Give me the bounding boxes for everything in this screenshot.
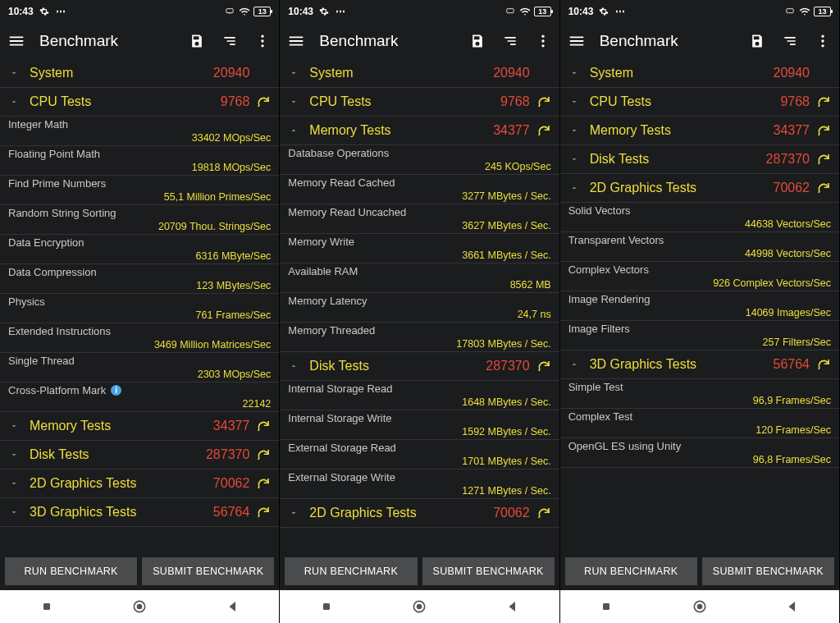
refresh-icon[interactable] bbox=[256, 419, 271, 433]
mem-ram[interactable]: Available RAM8562 MB bbox=[280, 263, 559, 293]
cpu-prime[interactable]: Find Prime Numbers55,1 Million Primes/Se… bbox=[0, 176, 279, 205]
refresh-icon[interactable] bbox=[536, 123, 551, 138]
mem-write[interactable]: Memory Write3661 MBytes / Sec. bbox=[280, 234, 559, 263]
section-system[interactable]: System 20940 bbox=[280, 59, 559, 88]
more-icon: ⋯ bbox=[55, 6, 66, 17]
g3d-simple[interactable]: Simple Test96,9 Frames/Sec bbox=[560, 379, 839, 409]
refresh-icon[interactable] bbox=[816, 152, 831, 167]
submit-benchmark-button[interactable]: SUBMIT BENCHMARK bbox=[422, 557, 555, 585]
cpu-sort[interactable]: Random String Sorting20709 Thou. Strings… bbox=[0, 205, 279, 235]
g2d-imgrender[interactable]: Image Rendering14069 Images/Sec bbox=[560, 291, 839, 321]
refresh-icon[interactable] bbox=[816, 94, 831, 109]
refresh-icon[interactable] bbox=[256, 94, 271, 109]
section-2d[interactable]: 2D Graphics Tests 70062 bbox=[0, 470, 279, 498]
refresh-icon[interactable] bbox=[536, 94, 551, 109]
section-disk[interactable]: Disk Tests 287370 bbox=[0, 441, 279, 470]
refresh-icon[interactable] bbox=[256, 476, 271, 491]
section-2d[interactable]: 2D Graphics Tests 70062 bbox=[560, 174, 839, 203]
save-icon[interactable] bbox=[187, 31, 207, 51]
run-benchmark-button[interactable]: RUN BENCHMARK bbox=[565, 557, 697, 585]
save-icon[interactable] bbox=[747, 31, 767, 51]
status-bar: 10:43 ⋯ 13 bbox=[560, 0, 839, 23]
nav-back-icon[interactable] bbox=[224, 598, 242, 616]
refresh-icon[interactable] bbox=[816, 357, 831, 372]
section-memory[interactable]: Memory Tests 34377 bbox=[280, 117, 559, 145]
refresh-icon[interactable] bbox=[256, 447, 271, 462]
cpu-float[interactable]: Floating Point Math19818 MOps/Sec bbox=[0, 146, 279, 176]
g2d-complex[interactable]: Complex Vectors926 Complex Vectors/Sec bbox=[560, 262, 839, 291]
refresh-icon[interactable] bbox=[536, 506, 551, 520]
g2d-filters[interactable]: Image Filters257 Filters/Sec bbox=[560, 321, 839, 350]
refresh-icon[interactable] bbox=[816, 181, 831, 195]
refresh-icon[interactable] bbox=[536, 359, 551, 373]
status-time: 10:43 bbox=[8, 6, 34, 17]
content-area: System 20940 CPU Tests 9768 Memory Tests… bbox=[560, 59, 839, 552]
g3d-complex[interactable]: Complex Test120 Frames/Sec bbox=[560, 409, 839, 438]
refresh-icon[interactable] bbox=[816, 123, 831, 138]
overflow-icon[interactable] bbox=[533, 31, 553, 51]
section-cpu[interactable]: CPU Tests 9768 bbox=[0, 88, 279, 117]
menu-icon[interactable] bbox=[7, 31, 26, 51]
overflow-icon[interactable] bbox=[253, 31, 272, 51]
disk-eread[interactable]: External Storage Read1701 MBytes / Sec. bbox=[280, 440, 559, 470]
mem-read-cached[interactable]: Memory Read Cached3277 MBytes / Sec. bbox=[280, 175, 559, 204]
cpu-single[interactable]: Single Thread2303 MOps/Sec bbox=[0, 353, 279, 383]
chevron-down-icon bbox=[288, 67, 299, 79]
section-2d[interactable]: 2D Graphics Tests 70062 bbox=[280, 499, 559, 528]
cpu-encrypt[interactable]: Data Encryption6316 MByte/Sec bbox=[0, 235, 279, 264]
cpu-compress[interactable]: Data Compression123 MBytes/Sec bbox=[0, 264, 279, 294]
svg-point-15 bbox=[821, 35, 824, 38]
nav-recent-icon[interactable] bbox=[597, 598, 615, 616]
submit-benchmark-button[interactable]: SUBMIT BENCHMARK bbox=[702, 557, 834, 585]
run-benchmark-button[interactable]: RUN BENCHMARK bbox=[5, 557, 137, 585]
save-icon[interactable] bbox=[468, 31, 487, 51]
mem-latency[interactable]: Memory Latency24,7 ns bbox=[280, 293, 559, 323]
cpu-physics[interactable]: Physics761 Frames/Sec bbox=[0, 294, 279, 323]
section-system[interactable]: System 20940 bbox=[0, 59, 279, 88]
menu-icon[interactable] bbox=[286, 31, 306, 51]
nav-recent-icon[interactable] bbox=[38, 598, 56, 616]
section-memory[interactable]: Memory Tests 34377 bbox=[0, 412, 279, 441]
nav-back-icon[interactable] bbox=[504, 598, 522, 616]
disk-ewrite[interactable]: External Storage Write1271 MBytes / Sec. bbox=[280, 470, 559, 499]
svg-rect-7 bbox=[506, 9, 513, 13]
menu-icon[interactable] bbox=[567, 31, 587, 51]
section-cpu[interactable]: CPU Tests 9768 bbox=[560, 88, 839, 117]
section-cpu[interactable]: CPU Tests 9768 bbox=[280, 88, 559, 117]
sort-icon[interactable] bbox=[780, 31, 800, 51]
section-system[interactable]: System 20940 bbox=[560, 59, 839, 88]
section-memory[interactable]: Memory Tests 34377 bbox=[560, 117, 839, 145]
section-disk[interactable]: Disk Tests 287370 bbox=[560, 145, 839, 174]
g3d-unity[interactable]: OpenGL ES using Unity96,8 Frames/Sec bbox=[560, 438, 839, 468]
disk-iwrite[interactable]: Internal Storage Write1592 MBytes / Sec. bbox=[280, 410, 559, 440]
overflow-icon[interactable] bbox=[813, 31, 833, 51]
disk-iread[interactable]: Internal Storage Read1648 MBytes / Sec. bbox=[280, 381, 559, 410]
cpu-extended[interactable]: Extended Instructions3469 Million Matric… bbox=[0, 323, 279, 353]
cpu-integer[interactable]: Integer Math33402 MOps/Sec bbox=[0, 117, 279, 146]
refresh-icon[interactable] bbox=[256, 505, 271, 520]
cpu-cross[interactable]: Cross-Platform Marki22142 bbox=[0, 383, 279, 412]
wifi-icon bbox=[239, 6, 250, 17]
nav-back-icon[interactable] bbox=[783, 598, 801, 616]
submit-benchmark-button[interactable]: SUBMIT BENCHMARK bbox=[142, 557, 274, 585]
section-disk[interactable]: Disk Tests 287370 bbox=[280, 352, 559, 381]
sort-icon[interactable] bbox=[500, 31, 520, 51]
nav-home-icon[interactable] bbox=[410, 598, 428, 616]
sort-icon[interactable] bbox=[220, 31, 240, 51]
section-3d[interactable]: 3D Graphics Tests 56764 bbox=[0, 498, 279, 527]
nav-home-icon[interactable] bbox=[130, 598, 148, 616]
run-benchmark-button[interactable]: RUN BENCHMARK bbox=[285, 557, 417, 585]
nav-home-icon[interactable] bbox=[691, 598, 709, 616]
mem-read-uncached[interactable]: Memory Read Uncached3627 MBytes / Sec. bbox=[280, 204, 559, 234]
g2d-solid[interactable]: Solid Vectors44638 Vectors/Sec bbox=[560, 203, 839, 232]
wifi-icon bbox=[519, 6, 531, 17]
section-3d[interactable]: 3D Graphics Tests 56764 bbox=[560, 350, 839, 379]
keyboard-icon bbox=[504, 6, 516, 17]
mem-threaded[interactable]: Memory Threaded17803 MBytes / Sec. bbox=[280, 323, 559, 352]
g2d-trans[interactable]: Transparent Vectors44998 Vectors/Sec bbox=[560, 232, 839, 262]
mem-db[interactable]: Database Operations245 KOps/Sec bbox=[280, 145, 559, 175]
nav-recent-icon[interactable] bbox=[317, 598, 336, 616]
content-area: System 20940 CPU Tests 9768 Integer Math… bbox=[0, 59, 279, 552]
info-icon[interactable]: i bbox=[111, 385, 121, 396]
nav-bar bbox=[0, 590, 279, 623]
